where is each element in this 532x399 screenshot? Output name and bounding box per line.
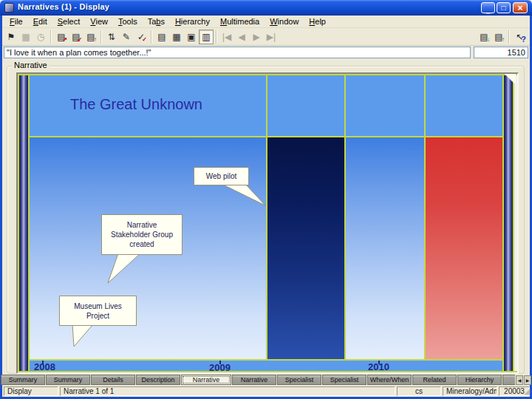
menu-file[interactable]: File	[4, 16, 28, 27]
red-period-column[interactable]	[426, 137, 502, 359]
resize-grip[interactable]: ◢	[524, 387, 530, 395]
toolbar-separator	[151, 30, 152, 44]
nav-next-icon[interactable]: ▶	[249, 30, 264, 44]
toolbar-separator	[216, 30, 217, 44]
status-record-position: Narrative 1 of 1	[60, 386, 395, 396]
window-icon	[4, 3, 14, 13]
year-label-2010: 2010	[368, 361, 389, 372]
replace-ne-icon[interactable]: ▤↗	[54, 30, 69, 44]
year-label-2008: 2008	[34, 361, 55, 372]
menu-help[interactable]: Help	[304, 16, 331, 27]
tab-hierarchy[interactable]: Hierarchy	[457, 375, 502, 385]
grid-line	[266, 75, 267, 361]
view-details-icon[interactable]: ▦	[169, 30, 184, 44]
tab-strip: Summary Summary Details Description Narr…	[1, 375, 515, 385]
status-bar: Display Narrative 1 of 1 cs Mineralogy/A…	[2, 385, 530, 397]
toolbar-separator	[100, 30, 102, 44]
summary-down-icon[interactable]: ▤↓	[477, 30, 491, 44]
tab-summary-2[interactable]: Summary	[46, 375, 90, 385]
clock-icon[interactable]: ◷	[33, 30, 48, 44]
tab-scroll-left-button[interactable]: ◀	[516, 375, 523, 385]
left-edge-rod	[19, 75, 28, 371]
menu-window[interactable]: Window	[265, 16, 304, 27]
menu-tabs[interactable]: Tabs	[143, 16, 170, 27]
tab-summary-1[interactable]: Summary	[1, 375, 45, 385]
page-corner-fold[interactable]	[505, 74, 516, 85]
validate-icon[interactable]: ✓✓	[134, 30, 149, 44]
menu-bar: File Edit Select View Tools Tabs Hierarc…	[2, 16, 530, 28]
tab-details[interactable]: Details	[91, 375, 135, 385]
callout-web-pilot[interactable]: Web pilot	[194, 167, 249, 185]
new-record-icon[interactable]: ⚑	[4, 30, 18, 44]
grid-line	[344, 75, 346, 361]
nav-prev-icon[interactable]: ◀	[234, 30, 249, 44]
application-window: Narratives (1) - Display _ □ × File Edit…	[0, 0, 532, 399]
nav-first-icon[interactable]: |◀	[219, 30, 234, 44]
menu-hierarchy[interactable]: Hierarchy	[170, 16, 215, 27]
close-button[interactable]: ×	[513, 2, 528, 13]
view-page-icon[interactable]: ▣	[184, 30, 199, 44]
toolbar-separator	[508, 30, 510, 44]
grid-line	[424, 75, 426, 361]
tab-narrative-selected[interactable]: Narrative	[181, 375, 231, 385]
menu-select[interactable]: Select	[52, 16, 86, 27]
edit-icon[interactable]: ✎	[119, 30, 134, 44]
record-summary-field[interactable]: "I love it when a plan comes together...…	[4, 47, 471, 58]
callout-stakeholder-group[interactable]: Narrative Stakeholder Group created	[101, 214, 183, 255]
menu-view[interactable]: View	[85, 16, 113, 27]
summary-up-icon[interactable]: ▤↑	[491, 30, 506, 44]
replace-sw-icon[interactable]: ▤↙	[69, 30, 83, 44]
chevron-right-icon: ▶	[526, 378, 530, 383]
chevron-left-icon: ◀	[518, 378, 522, 383]
grid-line	[28, 74, 30, 372]
tab-description[interactable]: Description	[136, 375, 180, 385]
grid-line	[513, 74, 514, 372]
tab-specialist-1[interactable]: Specialist	[277, 375, 321, 385]
status-mode: Display	[4, 386, 58, 396]
record-number-field[interactable]: 1510	[474, 47, 528, 58]
tab-specialist-2[interactable]: Specialist	[322, 375, 366, 385]
tab-related[interactable]: Related	[412, 375, 457, 385]
tab-where-when[interactable]: Where/When	[367, 375, 412, 385]
sort-icon[interactable]: ⇅	[104, 30, 119, 44]
minimize-button[interactable]: _	[481, 2, 495, 13]
nav-last-icon[interactable]: ▶|	[264, 30, 279, 44]
window-title: Narratives (1) - Display	[18, 2, 109, 11]
minimize-icon: _	[486, 6, 491, 14]
view-display-icon[interactable]: ▥	[199, 30, 214, 44]
menu-tools[interactable]: Tools	[113, 16, 143, 27]
grid-line	[18, 371, 517, 372]
menu-edit[interactable]: Edit	[28, 16, 52, 27]
timeline-chart: The Great Unknown Web pilot Narrative St…	[18, 74, 517, 372]
window-border-left	[0, 16, 2, 397]
context-help-icon[interactable]: ↖?	[512, 30, 527, 44]
tab-partial[interactable]: U	[502, 375, 515, 385]
tab-scroll-right-button[interactable]: ▶	[524, 375, 531, 385]
grid-line	[18, 74, 517, 75]
toolbar-separator	[50, 30, 52, 44]
timeline-title: The Great Unknown	[70, 96, 248, 113]
narrative-groupbox-label: Narrative	[12, 61, 50, 69]
callout-museum-lives[interactable]: Museum Lives Project	[59, 296, 137, 326]
navy-period-column[interactable]	[267, 137, 344, 359]
replace-up-icon[interactable]: ▤↑	[83, 30, 98, 44]
right-edge-rod	[504, 75, 513, 371]
menu-multimedia[interactable]: Multimedia	[215, 16, 265, 27]
maximize-icon: □	[501, 4, 505, 12]
maximize-button[interactable]: □	[497, 2, 511, 13]
year-label-2009: 2009	[209, 362, 231, 372]
toolbar: ⚑ ▦ ◷ ▤↗ ▤↙ ▤↑ ⇅ ✎ ✓✓ ▤ ▦ ▣ ▥ |◀ ◀ ▶ ▶| …	[2, 28, 530, 46]
close-icon: ×	[517, 3, 522, 13]
status-department: Mineralogy/Admin	[443, 386, 497, 396]
tab-narrative-2[interactable]: Narrative	[232, 375, 276, 385]
status-user: cs	[397, 386, 441, 396]
view-list-icon[interactable]: ▤	[154, 30, 169, 44]
save-record-icon[interactable]: ▦	[18, 30, 33, 44]
